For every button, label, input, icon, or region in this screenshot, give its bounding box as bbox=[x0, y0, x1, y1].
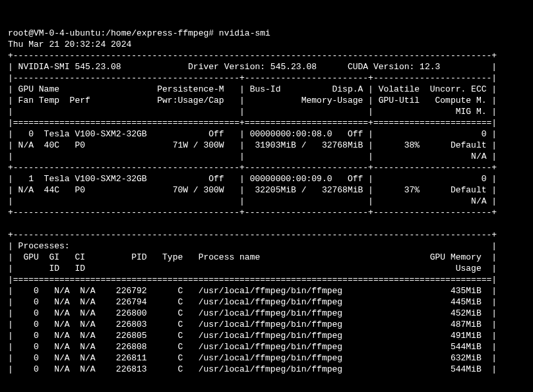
terminal-output: root@VM-0-4-ubuntu:/home/express-ffmpeg#… bbox=[8, 28, 525, 375]
